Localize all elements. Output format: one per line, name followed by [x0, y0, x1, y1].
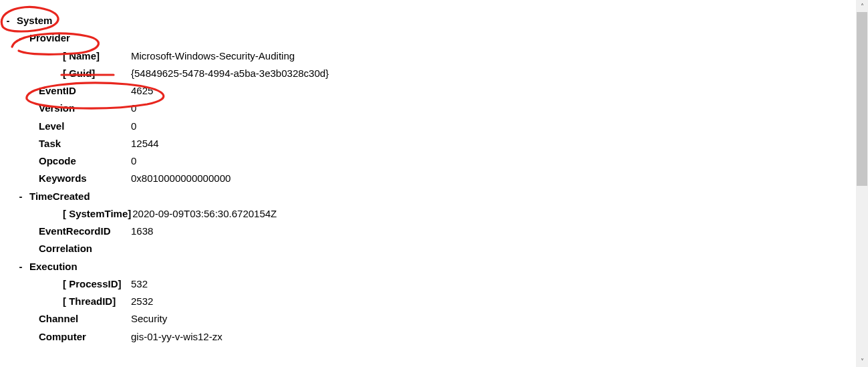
channel-row: Channel Security	[0, 310, 855, 328]
scrollbar-down-button[interactable]: ˅	[856, 355, 868, 367]
task-label: Task	[0, 135, 131, 152]
opcode-label: Opcode	[0, 152, 131, 170]
eventrecordid-label: EventRecordID	[0, 223, 131, 240]
computer-row: Computer gis-01-yy-v-wis12-zx	[0, 328, 855, 346]
keywords-row: Keywords 0x8010000000000000	[0, 170, 855, 187]
channel-value: Security	[131, 310, 167, 328]
minus-icon: -	[3, 12, 13, 29]
eventrecordid-value: 1638	[131, 223, 153, 240]
computer-label: Computer	[0, 328, 131, 346]
event-xml-view: - System - Provider [ Name] Microsoft-Wi…	[0, 0, 868, 367]
eventid-row: EventID 4625	[0, 82, 855, 100]
computer-value: gis-01-yy-v-wis12-zx	[131, 328, 223, 346]
keywords-label: Keywords	[0, 170, 131, 187]
provider-label: Provider	[29, 29, 70, 47]
minus-icon: -	[16, 188, 25, 205]
chevron-up-icon: ˄	[861, 3, 864, 10]
channel-label: Channel	[0, 310, 131, 328]
system-node[interactable]: - System	[0, 12, 855, 29]
systemtime-value: 2020-09-09T03:56:30.6720154Z	[132, 205, 277, 223]
provider-name-row: [ Name] Microsoft-Windows-Security-Audit…	[0, 47, 855, 65]
threadid-label: [ ThreadID]	[0, 293, 131, 310]
processid-label: [ ProcessID]	[0, 275, 131, 293]
systemtime-label: [ SystemTime]	[0, 205, 131, 223]
systemtime-row: [ SystemTime] 2020-09-09T03:56:30.672015…	[0, 205, 855, 223]
execution-label: Execution	[29, 258, 78, 275]
provider-guid-label: [ Guid]	[0, 65, 131, 82]
chevron-down-icon: ˅	[861, 358, 864, 365]
eventrecordid-row: EventRecordID 1638	[0, 223, 855, 240]
minus-icon: -	[16, 258, 25, 275]
scrollbar-thumb[interactable]	[857, 12, 867, 186]
scrollbar-track[interactable]: ˄ ˅	[856, 0, 868, 367]
timecreated-node[interactable]: - TimeCreated	[0, 188, 855, 205]
processid-value: 532	[131, 275, 148, 293]
opcode-row: Opcode 0	[0, 152, 855, 170]
correlation-row: Correlation	[0, 240, 855, 257]
keywords-value: 0x8010000000000000	[131, 170, 231, 187]
threadid-value: 2532	[131, 293, 153, 310]
level-row: Level 0	[0, 118, 855, 135]
version-row: Version 0	[0, 100, 855, 117]
provider-guid-value: {54849625-5478-4994-a5ba-3e3b0328c30d}	[131, 65, 329, 82]
scrollbar-up-button[interactable]: ˄	[856, 0, 868, 12]
content-area: - System - Provider [ Name] Microsoft-Wi…	[0, 0, 855, 367]
minus-icon: -	[16, 29, 25, 47]
level-label: Level	[0, 118, 131, 135]
provider-node[interactable]: - Provider	[0, 29, 855, 47]
task-row: Task 12544	[0, 135, 855, 152]
provider-name-value: Microsoft-Windows-Security-Auditing	[131, 47, 295, 65]
level-value: 0	[131, 118, 136, 135]
eventid-label: EventID	[0, 82, 131, 100]
provider-name-label: [ Name]	[0, 47, 131, 65]
timecreated-label: TimeCreated	[29, 188, 90, 205]
processid-row: [ ProcessID] 532	[0, 275, 855, 293]
threadid-row: [ ThreadID] 2532	[0, 293, 855, 310]
version-label: Version	[0, 100, 131, 117]
opcode-value: 0	[131, 152, 136, 170]
provider-guid-row: [ Guid] {54849625-5478-4994-a5ba-3e3b032…	[0, 65, 855, 82]
eventid-value: 4625	[131, 82, 153, 100]
task-value: 12544	[131, 135, 159, 152]
version-value: 0	[131, 100, 136, 117]
correlation-label: Correlation	[0, 240, 131, 257]
system-label: System	[17, 12, 52, 29]
execution-node[interactable]: - Execution	[0, 258, 855, 275]
